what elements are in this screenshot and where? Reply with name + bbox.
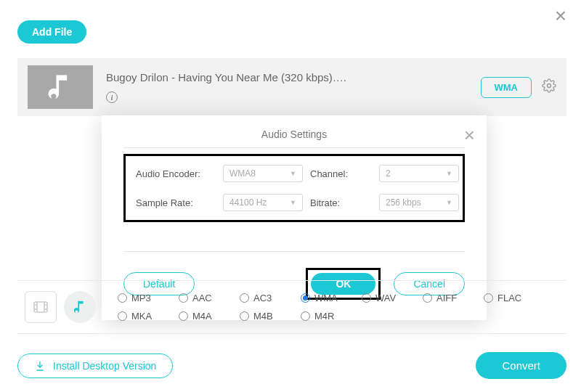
format-options: MP3AACAC3WMAWAVAIFFFLACMKAM4AM4BM4R	[118, 293, 545, 322]
format-option-m4a[interactable]: M4A	[179, 311, 240, 322]
format-label: M4R	[314, 311, 334, 322]
download-icon	[34, 360, 46, 372]
gear-icon[interactable]	[542, 78, 556, 97]
sample-rate-select[interactable]: 44100 Hz ▼	[223, 194, 303, 211]
format-option-flac[interactable]: FLAC	[484, 293, 545, 303]
install-desktop-label: Install Desktop Version	[53, 360, 156, 372]
radio-icon	[301, 293, 310, 303]
bitrate-label: Bitrate:	[310, 197, 372, 208]
format-option-m4b[interactable]: M4B	[240, 311, 301, 322]
radio-icon	[118, 311, 127, 321]
radio-icon	[118, 293, 127, 303]
format-label: MP3	[131, 293, 151, 303]
format-label: WAV	[375, 293, 396, 303]
file-info: Bugoy Drilon - Having You Near Me (320 k…	[106, 71, 481, 103]
format-label: FLAC	[497, 293, 521, 303]
bottom-bar: Install Desktop Version Convert	[17, 352, 566, 379]
channel-select[interactable]: 2 ▼	[379, 165, 459, 182]
close-icon[interactable]: ×	[555, 6, 566, 26]
audio-encoder-value: WMA8	[229, 168, 256, 179]
svg-rect-1	[34, 302, 47, 312]
radio-icon	[301, 311, 310, 321]
format-label: AC3	[253, 293, 272, 303]
video-mode-button[interactable]	[25, 291, 57, 323]
audio-encoder-label: Audio Encoder:	[136, 168, 216, 179]
radio-icon	[240, 311, 249, 321]
format-option-ac3[interactable]: AC3	[240, 293, 301, 303]
chevron-down-icon: ▼	[446, 199, 452, 206]
chevron-down-icon: ▼	[290, 199, 296, 206]
format-badge[interactable]: WMA	[481, 77, 532, 98]
format-option-aiff[interactable]: AIFF	[423, 293, 484, 303]
modal-close-icon[interactable]: ×	[464, 124, 475, 147]
audio-encoder-select[interactable]: WMA8 ▼	[223, 165, 303, 182]
radio-icon	[179, 293, 188, 303]
channel-label: Channel:	[310, 168, 372, 179]
format-label: M4B	[253, 311, 273, 322]
chevron-down-icon: ▼	[290, 170, 296, 177]
file-row: Bugoy Drilon - Having You Near Me (320 k…	[17, 58, 566, 116]
format-label: MKA	[131, 311, 152, 322]
bitrate-select[interactable]: 256 kbps ▼	[379, 194, 459, 211]
info-icon[interactable]: i	[106, 91, 118, 103]
radio-icon	[240, 293, 249, 303]
bitrate-value: 256 kbps	[386, 197, 421, 208]
radio-icon	[423, 293, 432, 303]
format-label: WMA	[314, 293, 338, 303]
add-file-button[interactable]: Add File	[17, 20, 86, 44]
format-option-wav[interactable]: WAV	[362, 293, 423, 303]
sample-rate-value: 44100 Hz	[229, 197, 267, 208]
svg-point-0	[548, 83, 551, 87]
channel-value: 2	[386, 168, 391, 179]
file-title: Bugoy Drilon - Having You Near Me (320 k…	[106, 71, 481, 83]
file-thumbnail	[28, 65, 93, 109]
radio-icon	[179, 311, 188, 321]
format-option-m4r[interactable]: M4R	[301, 311, 362, 322]
format-selector-row: MP3AACAC3WMAWAVAIFFFLACMKAM4AM4BM4R	[17, 280, 566, 334]
format-option-aac[interactable]: AAC	[179, 293, 240, 303]
settings-highlight-box: Audio Encoder: WMA8 ▼ Channel: 2 ▼ Sampl…	[123, 154, 465, 222]
sample-rate-label: Sample Rate:	[136, 197, 216, 208]
audio-mode-button[interactable]	[64, 291, 96, 323]
format-option-wma[interactable]: WMA	[301, 293, 362, 303]
chevron-down-icon: ▼	[446, 170, 452, 177]
install-desktop-button[interactable]: Install Desktop Version	[17, 354, 173, 378]
music-note-icon	[44, 71, 76, 103]
radio-icon	[362, 293, 371, 303]
format-label: M4A	[192, 311, 212, 322]
format-label: AAC	[192, 293, 212, 303]
modal-title: Audio Settings	[123, 128, 465, 148]
convert-button[interactable]: Convert	[476, 352, 566, 379]
format-option-mp3[interactable]: MP3	[118, 293, 179, 303]
radio-icon	[484, 293, 493, 303]
format-label: AIFF	[436, 293, 457, 303]
format-option-mka[interactable]: MKA	[118, 311, 179, 322]
